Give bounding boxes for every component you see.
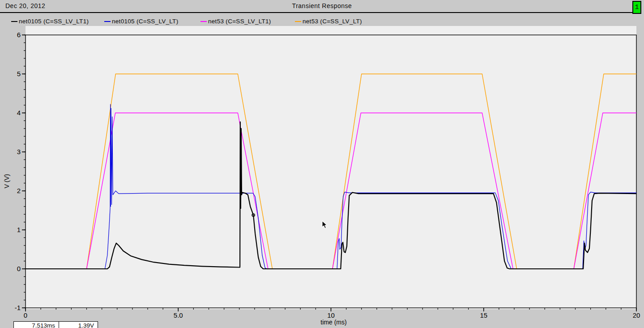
cursor-time-readout: 7.513ms (13, 321, 59, 328)
y-tick-label: -1 (15, 304, 21, 311)
y-axis-label: V (V) (3, 174, 10, 188)
series-net0105-c-ss-lv-lt1-[interactable] (26, 122, 636, 269)
cursor-readout: 7.513ms 1.39V (13, 321, 98, 328)
series-net53-c-ss-lv-lt1-[interactable] (26, 113, 636, 269)
y-tick-label: 0 (17, 265, 21, 272)
y-tick-label: 1 (17, 226, 21, 233)
y-tick-label: 5 (17, 70, 21, 78)
series-net53-c-ss-lv-lt-[interactable] (26, 74, 636, 269)
y-tick-label: 6 (17, 31, 21, 39)
y-tick-label: 3 (17, 148, 21, 155)
plot-frame (26, 35, 636, 308)
cursor-voltage-readout: 1.39V (59, 321, 98, 328)
x-tick-label: 10 (327, 311, 335, 319)
x-tick-label: 15 (480, 311, 487, 319)
x-tick-label: 0 (24, 311, 27, 319)
x-tick-label: 5.0 (174, 311, 183, 319)
waveform-chart[interactable]: 05.01015206543210-1time (ms)V (V) (0, 0, 644, 328)
y-tick-label: 4 (17, 109, 21, 117)
x-axis-label: time (ms) (320, 319, 346, 326)
x-tick-label: 20 (633, 311, 640, 319)
y-tick-label: 2 (17, 187, 21, 194)
